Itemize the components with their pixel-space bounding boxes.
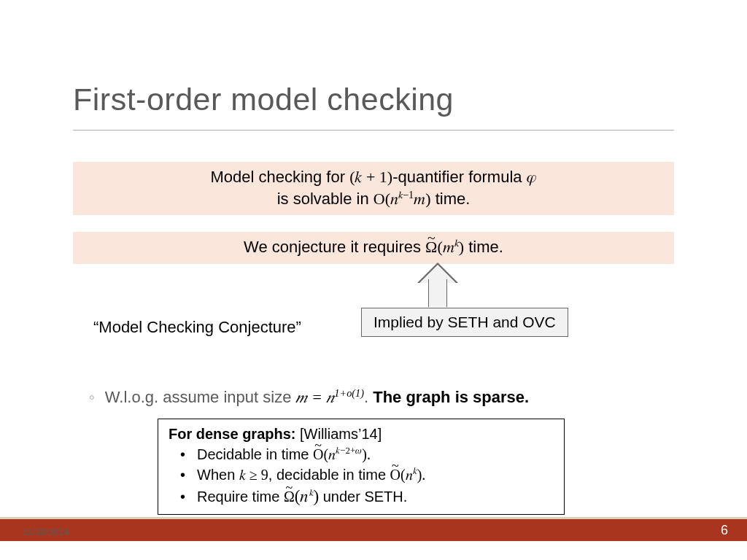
math: (𝑛 <box>295 487 309 505</box>
highlight-band-2: We conjecture it requires Ω(𝑚𝑘) time. <box>73 232 674 264</box>
slide-date: 11/28/2024 <box>22 526 69 537</box>
math: ). <box>417 467 426 483</box>
slide: First-order model checking Model checkin… <box>0 0 747 560</box>
list-item: Decidable in time O(𝑛𝑘−2+𝜔). <box>173 444 554 464</box>
text: We conjecture it requires <box>244 238 425 256</box>
math: (𝑛 <box>323 446 336 462</box>
text: Require time <box>197 489 284 505</box>
text: Model checking for <box>210 168 349 186</box>
arrow-shaft <box>428 279 447 307</box>
dense-graphs-box: For dense graphs: [Williams’14] Decidabl… <box>158 419 565 515</box>
math: 𝑚 = 𝑛 <box>295 388 334 406</box>
text: For dense graphs: <box>169 426 295 442</box>
bullet-marker: ◦ <box>89 388 105 406</box>
list-item: When 𝑘 ≥ 9, decidable in time O(𝑛𝑘). <box>173 464 554 485</box>
highlight-band-1: Model checking for (𝑘 + 1)-quantifier fo… <box>73 162 674 215</box>
box-title: For dense graphs: [Williams’14] <box>169 424 554 444</box>
math: 𝑘 ≥ 9 <box>239 467 268 483</box>
title-rule <box>73 130 674 131</box>
text: Decidable in time <box>197 446 313 462</box>
text: time. <box>464 238 503 256</box>
math: O <box>390 464 400 485</box>
math: (𝑘 + 1) <box>349 168 392 186</box>
math-phi: 𝜑 <box>527 168 537 186</box>
text: time. <box>431 190 471 208</box>
conjecture-label: “Model Checking Conjecture” <box>93 318 301 337</box>
math: O(𝑛 <box>374 190 398 208</box>
list-item: Require time Ω(𝑛𝑘) under SETH. <box>173 485 554 508</box>
emphasis: The graph is sparse. <box>373 388 529 406</box>
slide-title: First-order model checking <box>73 82 454 117</box>
footer-bar <box>0 519 747 541</box>
math-omega: Ω <box>425 236 437 258</box>
text: W.l.o.g. assume input size <box>105 388 296 406</box>
math: O <box>313 444 323 464</box>
math: ). <box>362 446 371 462</box>
citation: [Williams’14] <box>295 426 382 442</box>
text: . <box>364 388 373 406</box>
math-exp: 1+o(1) <box>334 387 364 399</box>
bullet-line: ◦W.l.o.g. assume input size 𝑚 = 𝑛1+o(1).… <box>89 388 529 407</box>
math: (𝑚 <box>437 238 454 256</box>
math-exp: 𝑘−1 <box>398 188 414 200</box>
text: is solvable in <box>277 190 374 208</box>
math: 𝑚) <box>414 190 430 208</box>
text: -quantifier formula <box>392 168 526 186</box>
text: under SETH. <box>319 489 407 505</box>
arrow-join <box>430 279 446 283</box>
text: When <box>197 467 239 483</box>
callout-box: Implied by SETH and OVC <box>361 308 568 337</box>
math-exp: 𝑘−2+𝜔 <box>336 445 362 456</box>
math: Ω <box>284 486 295 507</box>
math: (𝑛 <box>400 467 413 483</box>
page-number: 6 <box>721 523 728 538</box>
